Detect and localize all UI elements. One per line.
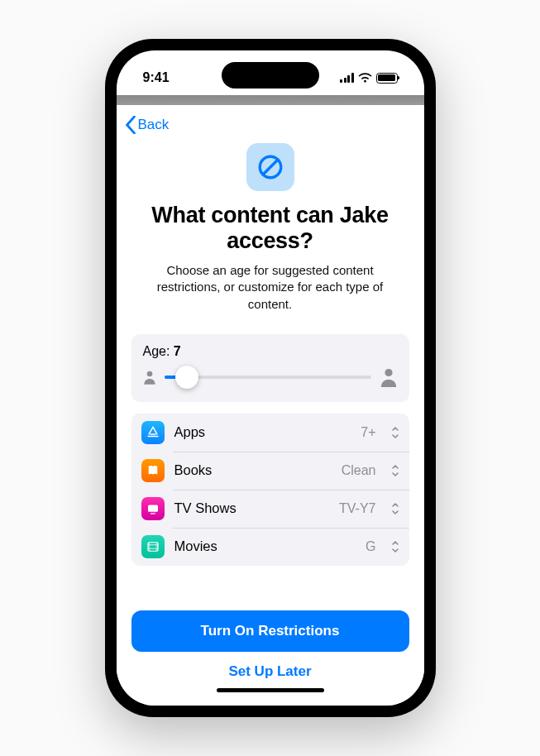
stepper-icon (391, 539, 399, 554)
stepper-icon (391, 463, 399, 478)
set-up-later-button[interactable]: Set Up Later (131, 652, 409, 685)
age-slider[interactable] (165, 366, 371, 389)
row-label: Movies (174, 538, 356, 554)
stepper-icon (391, 501, 399, 516)
slider-thumb[interactable] (175, 366, 198, 389)
books-icon (141, 459, 165, 482)
person-small-icon (143, 370, 156, 385)
row-apps[interactable]: Apps 7+ (131, 414, 409, 452)
sheet-behind (117, 95, 424, 105)
row-value: G (366, 539, 375, 554)
age-value: 7 (174, 344, 181, 358)
restrictions-icon (246, 143, 294, 191)
row-books[interactable]: Books Clean (131, 452, 409, 490)
age-label: Age: 7 (143, 344, 398, 359)
svg-rect-8 (155, 543, 158, 552)
content-types-list: Apps 7+ Books Clean (131, 414, 409, 566)
home-indicator[interactable] (217, 688, 324, 692)
row-label: Books (174, 462, 332, 478)
cellular-icon (340, 73, 354, 83)
svg-rect-4 (148, 505, 158, 511)
age-label-prefix: Age: (143, 344, 174, 358)
back-label: Back (138, 117, 170, 133)
row-label: Apps (174, 424, 351, 440)
row-value: TV-Y7 (339, 501, 375, 516)
wifi-icon (358, 73, 372, 83)
svg-rect-5 (151, 513, 155, 514)
chevron-left-icon (125, 116, 136, 134)
age-slider-card: Age: 7 (131, 334, 409, 402)
screen: 9:41 Back (117, 50, 424, 706)
row-movies[interactable]: Movies G (131, 528, 409, 566)
phone-frame: 9:41 Back (105, 39, 436, 717)
dynamic-island (222, 62, 319, 89)
svg-rect-7 (148, 543, 151, 552)
person-large-icon (380, 367, 398, 387)
svg-point-3 (385, 369, 392, 376)
age-slider-row (143, 366, 398, 389)
status-right (340, 73, 398, 84)
row-value: 7+ (361, 425, 375, 440)
row-label: TV Shows (174, 500, 330, 516)
footer: Turn On Restrictions Set Up Later (117, 597, 424, 706)
svg-line-1 (263, 160, 278, 175)
battery-icon (376, 73, 398, 84)
hero: What content can Jake access? Choose an … (131, 143, 409, 313)
nav-bar: Back (117, 105, 424, 141)
movies-icon (141, 535, 165, 558)
page-subtitle: Choose an age for suggested content rest… (131, 262, 409, 313)
modal-sheet: Back What content can Jake access? Choos… (117, 105, 424, 706)
status-time: 9:41 (143, 70, 170, 85)
row-tv-shows[interactable]: TV Shows TV-Y7 (131, 490, 409, 528)
appstore-icon (141, 421, 165, 444)
stepper-icon (391, 425, 399, 440)
svg-point-2 (146, 371, 152, 377)
row-value: Clean (342, 463, 376, 478)
back-button[interactable]: Back (125, 116, 170, 134)
page-title: What content can Jake access? (131, 203, 409, 254)
turn-on-restrictions-button[interactable]: Turn On Restrictions (131, 610, 409, 652)
tv-icon (141, 497, 165, 520)
content: What content can Jake access? Choose an … (117, 141, 424, 597)
